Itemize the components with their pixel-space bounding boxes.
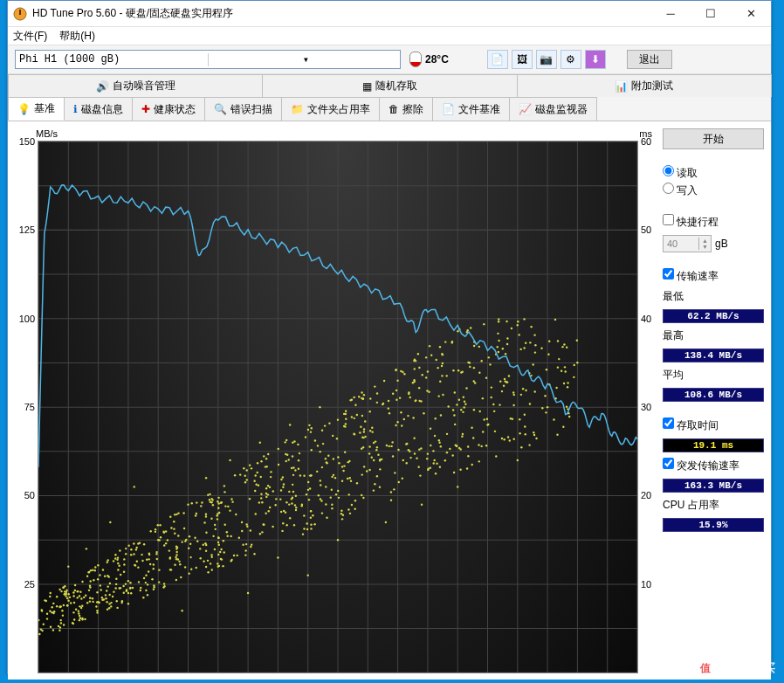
svg-point-908 (265, 493, 267, 494)
svg-point-702 (441, 365, 443, 367)
tab-monitor[interactable]: 📈磁盘监视器 (509, 97, 597, 121)
svg-point-375 (143, 543, 145, 545)
tab-info[interactable]: ℹ磁盘信息 (64, 97, 133, 121)
svg-point-639 (66, 597, 68, 599)
maximize-button[interactable]: ☐ (691, 1, 731, 26)
radio-write[interactable]: 写入 (663, 183, 764, 198)
svg-point-511 (163, 544, 165, 546)
tab-filebm[interactable]: 📄文件基准 (432, 97, 510, 121)
svg-point-682 (298, 467, 299, 469)
titlebar[interactable]: HD Tune Pro 5.60 - 硬盘/固态硬盘实用程序 ─ ☐ ✕ (8, 1, 771, 27)
svg-point-480 (118, 565, 120, 567)
svg-point-728 (395, 369, 396, 371)
svg-point-229 (216, 514, 217, 516)
svg-point-602 (174, 514, 175, 515)
start-button[interactable]: 开始 (663, 128, 764, 149)
svg-point-101 (540, 348, 542, 349)
radio-read[interactable]: 读取 (663, 165, 764, 181)
svg-point-338 (351, 504, 353, 506)
svg-point-574 (513, 438, 515, 440)
checkbox-burst[interactable]: 突发传输速率 (663, 458, 764, 473)
svg-point-283 (430, 445, 431, 446)
tab-erase[interactable]: 🗑擦除 (379, 97, 433, 121)
svg-point-161 (498, 340, 499, 342)
svg-point-92 (439, 381, 441, 383)
chevron-down-icon[interactable]: ▾ (208, 53, 401, 66)
svg-point-726 (414, 368, 416, 369)
svg-point-168 (361, 391, 362, 393)
svg-point-320 (399, 397, 401, 398)
svg-point-384 (117, 562, 119, 564)
svg-point-665 (83, 597, 85, 598)
checkbox-access-time[interactable]: 存取时间 (663, 417, 764, 433)
tab-noise[interactable]: 🔊自动噪音管理 (8, 74, 263, 97)
svg-point-208 (190, 569, 192, 570)
svg-point-385 (72, 595, 74, 597)
svg-point-85 (430, 467, 431, 469)
tabs-primary: 💡基准 ℹ磁盘信息 ✚健康状态 🔍错误扫描 📁文件夹占用率 🗑擦除 📄文件基准 … (8, 97, 771, 121)
svg-point-183 (116, 607, 118, 609)
copy-text-icon[interactable]: 📄 (487, 50, 508, 69)
svg-point-214 (80, 597, 82, 599)
svg-point-324 (156, 558, 158, 560)
tab-health[interactable]: ✚健康状态 (132, 97, 205, 121)
svg-point-872 (230, 535, 231, 537)
shortstroke-spinner[interactable]: 40 ▲▼ (663, 235, 712, 252)
menu-help[interactable]: 帮助(H) (59, 29, 95, 44)
svg-point-325 (429, 345, 430, 347)
svg-point-775 (427, 452, 429, 454)
svg-point-343 (155, 553, 157, 555)
svg-point-341 (412, 417, 414, 418)
checkbox-shortstroke[interactable]: 快捷行程 (663, 214, 764, 230)
svg-point-616 (267, 485, 269, 486)
svg-point-779 (141, 560, 143, 562)
tab-errorscan[interactable]: 🔍错误扫描 (204, 97, 282, 121)
svg-point-496 (366, 470, 368, 472)
close-button[interactable]: ✕ (731, 1, 771, 26)
svg-point-878 (235, 514, 237, 515)
svg-point-506 (291, 502, 292, 504)
save-icon[interactable]: ⬇ (585, 50, 606, 69)
svg-point-356 (557, 340, 559, 342)
svg-point-781 (167, 539, 168, 541)
tab-random[interactable]: ▦随机存取 (262, 74, 517, 97)
exit-button[interactable]: 退出 (627, 50, 672, 69)
svg-point-180 (347, 478, 348, 479)
svg-point-750 (480, 445, 482, 447)
svg-point-634 (530, 326, 532, 328)
svg-point-595 (260, 460, 262, 462)
svg-point-330 (106, 590, 107, 591)
svg-point-760 (292, 484, 293, 486)
svg-point-694 (41, 630, 43, 631)
svg-point-112 (505, 321, 507, 322)
checkbox-transfer-rate[interactable]: 传输速率 (663, 268, 764, 284)
svg-point-253 (81, 604, 83, 606)
svg-point-729 (523, 318, 525, 320)
svg-point-838 (78, 611, 79, 612)
svg-point-231 (418, 367, 420, 369)
menu-file[interactable]: 文件(F) (13, 29, 47, 44)
svg-point-650 (397, 449, 399, 451)
options-icon[interactable]: ⚙ (560, 50, 581, 69)
svg-point-931 (333, 474, 334, 476)
spinner-arrows[interactable]: ▲▼ (698, 238, 711, 250)
svg-point-886 (110, 605, 112, 607)
drive-select[interactable]: Phi H1 (1000 gB) ▾ (15, 50, 401, 69)
svg-point-425 (418, 387, 420, 389)
svg-point-358 (375, 449, 377, 451)
tab-extra[interactable]: 📊附加测试 (517, 74, 772, 97)
svg-point-226 (255, 513, 257, 514)
screenshot-icon[interactable]: 📷 (536, 50, 557, 69)
copy-screenshot-icon[interactable]: 🖼 (512, 50, 533, 69)
svg-point-200 (92, 569, 93, 571)
svg-point-876 (326, 461, 327, 463)
svg-point-688 (117, 556, 119, 558)
svg-point-52 (205, 477, 207, 479)
tab-folder[interactable]: 📁文件夹占用率 (281, 97, 380, 121)
tab-benchmark[interactable]: 💡基准 (8, 97, 65, 121)
svg-point-623 (354, 404, 356, 406)
minimize-button[interactable]: ─ (650, 1, 691, 26)
svg-point-943 (309, 474, 311, 476)
svg-point-736 (81, 581, 83, 583)
svg-point-885 (251, 543, 252, 545)
